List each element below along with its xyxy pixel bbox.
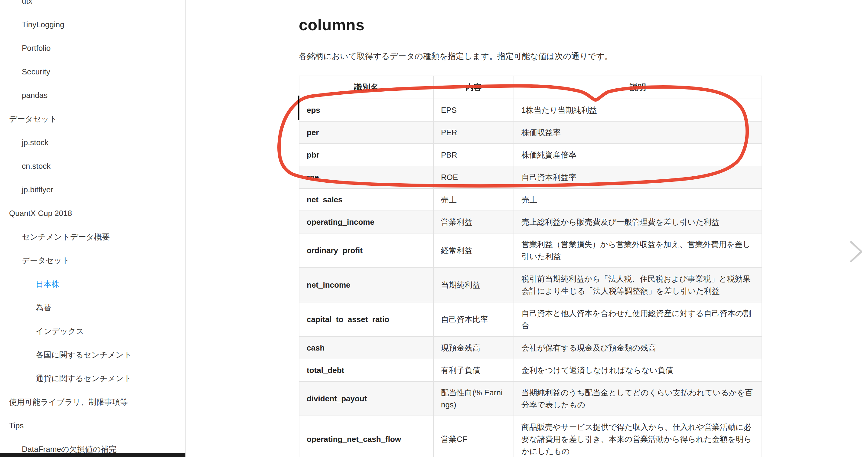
- table-row: operating_income 営業利益 売上総利益から販売費及び一般管理費を…: [299, 211, 762, 233]
- table-cell: 売上: [514, 188, 762, 211]
- sidebar-item-tips[interactable]: Tips: [0, 414, 185, 437]
- table-cell: 税引前当期純利益から「法人税、住民税および事業税」と税効果会計により生じる「法人…: [514, 268, 762, 302]
- sidebar-item-quantx-cup-2018[interactable]: QuantX Cup 2018: [0, 202, 185, 225]
- sidebar-item-label: データセット: [9, 114, 57, 124]
- table-cell: operating_net_cash_flow: [299, 416, 433, 457]
- sidebar-item-index[interactable]: インデックス: [0, 319, 185, 343]
- sidebar-item-label: Security: [22, 67, 50, 77]
- sidebar-item-libraries-restrictions[interactable]: 使用可能ライブラリ、制限事項等: [0, 390, 185, 414]
- column-header: 内容: [433, 76, 514, 99]
- next-page-chevron[interactable]: [847, 240, 866, 264]
- table-row: total_debt 有利子負債 金利をつけて返済しなければならない負債: [299, 359, 762, 382]
- sidebar-item-portfolio[interactable]: Portfolio: [0, 36, 185, 60]
- chevron-right-icon: [847, 240, 866, 264]
- columns-table: 識別名 内容 説明 eps EPS 1株当たり当期純利益 per PER 株価収…: [299, 75, 762, 457]
- table-header-row: 識別名 内容 説明: [299, 76, 762, 99]
- sidebar-item-label: 為替: [36, 302, 52, 313]
- table-row: net_sales 売上 売上: [299, 188, 762, 211]
- sidebar-item-currency-sentiment[interactable]: 通貨に関するセンチメント: [0, 367, 185, 390]
- table-cell: cash: [299, 337, 433, 359]
- sidebar-item-country-sentiment[interactable]: 各国に関するセンチメント: [0, 343, 185, 367]
- sidebar-item-label: pandas: [22, 91, 48, 100]
- sidebar-item-tinylogging[interactable]: TinyLogging: [0, 13, 185, 36]
- sidebar: utx TinyLogging Portfolio Security panda…: [0, 0, 186, 457]
- sidebar-item-label: QuantX Cup 2018: [9, 209, 72, 218]
- page-description: 各銘柄において取得するデータの種類を指定します。指定可能な値は次の通りです。: [299, 51, 868, 62]
- table-cell: operating_income: [299, 211, 433, 233]
- table-cell: 会社が保有する現金及び預金類の残高: [514, 337, 762, 359]
- page-title: columns: [299, 16, 868, 34]
- text-cursor: [298, 96, 300, 120]
- table-cell: 現預金残高: [433, 337, 514, 359]
- table-cell: roe: [299, 166, 433, 188]
- table-row: eps EPS 1株当たり当期純利益: [299, 99, 762, 121]
- sidebar-item-label: cn.stock: [22, 161, 51, 171]
- sidebar-item-security[interactable]: Security: [0, 60, 185, 84]
- main-content: columns 各銘柄において取得するデータの種類を指定します。指定可能な値は次…: [187, 0, 868, 457]
- table-cell: total_debt: [299, 359, 433, 382]
- column-header: 識別名: [299, 76, 433, 99]
- sidebar-item-label: 使用可能ライブラリ、制限事項等: [9, 397, 128, 407]
- sidebar-item-jp-stock[interactable]: jp.stock: [0, 131, 185, 154]
- table-cell: 金利をつけて返済しなければならない負債: [514, 359, 762, 382]
- table-cell: capital_to_asset_ratio: [299, 302, 433, 337]
- sidebar-item-dataset-sub[interactable]: データセット: [0, 249, 185, 272]
- table-cell: 自己資本比率: [433, 302, 514, 337]
- sidebar-item-japan-stocks[interactable]: 日本株: [0, 272, 185, 296]
- table-cell: 有利子負債: [433, 359, 514, 382]
- sidebar-item-utx[interactable]: utx: [0, 0, 185, 13]
- sidebar-item-sentiment-data-overview[interactable]: センチメントデータ概要: [0, 225, 185, 249]
- table-cell: 1株当たり当期純利益: [514, 99, 762, 121]
- table-cell: net_income: [299, 268, 433, 302]
- table-cell: 株価収益率: [514, 121, 762, 144]
- sidebar-item-pandas[interactable]: pandas: [0, 84, 185, 107]
- table-cell: 自己資本と他人資本を合わせた使用総資産に対する自己資本の割合: [514, 302, 762, 337]
- horizontal-scrollbar-thumb[interactable]: [0, 453, 185, 457]
- table-row: cash 現預金残高 会社が保有する現金及び預金類の残高: [299, 337, 762, 359]
- sidebar-item-label: TinyLogging: [22, 20, 64, 29]
- sidebar-item-jp-bitflyer[interactable]: jp.bitflyer: [0, 178, 185, 202]
- sidebar-item-label: データセット: [22, 255, 70, 266]
- table-cell: PER: [433, 121, 514, 144]
- table-cell: PBR: [433, 144, 514, 166]
- table-row: per PER 株価収益率: [299, 121, 762, 144]
- table-cell: 売上: [433, 188, 514, 211]
- sidebar-item-label: Tips: [9, 421, 24, 430]
- table-cell: 営業CF: [433, 416, 514, 457]
- table-row: pbr PBR 株価純資産倍率: [299, 144, 762, 166]
- table-cell: pbr: [299, 144, 433, 166]
- table-row: net_income 当期純利益 税引前当期純利益から「法人税、住民税および事業…: [299, 268, 762, 302]
- table-cell: 営業利益: [433, 211, 514, 233]
- sidebar-item-label: Portfolio: [22, 43, 51, 53]
- table-cell: 商品販売やサービス提供で得た収入から、仕入れや営業活動に必要な諸費用を差し引き、…: [514, 416, 762, 457]
- table-cell: 営業利益（営業損失）から営業外収益を加え、営業外費用を差し引いた利益: [514, 233, 762, 268]
- table-cell: 当期純利益: [433, 268, 514, 302]
- column-header: 説明: [514, 76, 762, 99]
- sidebar-item-dataset[interactable]: データセット: [0, 107, 185, 131]
- table-cell: 自己資本利益率: [514, 166, 762, 188]
- table-row: roe ROE 自己資本利益率: [299, 166, 762, 188]
- sidebar-item-label: jp.bitflyer: [22, 185, 53, 194]
- sidebar-item-label: jp.stock: [22, 138, 49, 147]
- sidebar-item-label: 各国に関するセンチメント: [36, 349, 131, 360]
- table-cell: ordinary_profit: [299, 233, 433, 268]
- sidebar-item-label: センチメントデータ概要: [22, 232, 110, 242]
- table-cell: 株価純資産倍率: [514, 144, 762, 166]
- table-row: ordinary_profit 経常利益 営業利益（営業損失）から営業外収益を加…: [299, 233, 762, 268]
- table-cell: eps: [299, 99, 433, 121]
- table-cell: ROE: [433, 166, 514, 188]
- table-row: divident_payout 配当性向(% Earnings) 当期純利益のう…: [299, 382, 762, 416]
- table-cell: net_sales: [299, 188, 433, 211]
- table-cell: 当期純利益のうち配当金としてどのくらい支払われているかを百分率で表したもの: [514, 382, 762, 416]
- table-cell: 売上総利益から販売費及び一般管理費を差し引いた利益: [514, 211, 762, 233]
- sidebar-item-label: utx: [22, 0, 32, 6]
- sidebar-item-label: 日本株: [36, 279, 59, 290]
- table-cell: EPS: [433, 99, 514, 121]
- table-row: operating_net_cash_flow 営業CF 商品販売やサービス提供…: [299, 416, 762, 457]
- sidebar-item-cn-stock[interactable]: cn.stock: [0, 154, 185, 178]
- table-cell: 配当性向(% Earnings): [433, 382, 514, 416]
- sidebar-item-label: インデックス: [36, 326, 84, 337]
- table-row: capital_to_asset_ratio 自己資本比率 自己資本と他人資本を…: [299, 302, 762, 337]
- sidebar-item-fx[interactable]: 為替: [0, 296, 185, 319]
- table-cell: divident_payout: [299, 382, 433, 416]
